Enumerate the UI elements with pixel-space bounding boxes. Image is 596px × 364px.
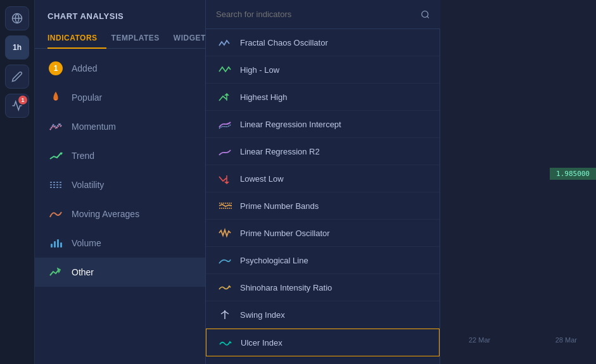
indicator-label-high-low: High - Low: [240, 65, 279, 75]
indicator-label-ulcer-index: Ulcer Index: [241, 338, 282, 348]
category-list: 1 Added Popular: [35, 49, 205, 292]
category-label-other: Other: [72, 267, 94, 277]
category-label-added: Added: [72, 63, 97, 73]
sidebar-draw-btn[interactable]: [5, 65, 29, 89]
sidebar-market-btn[interactable]: [5, 6, 29, 30]
lowest-low-icon: [217, 171, 232, 186]
popular-icon: [48, 89, 64, 106]
indicator-high-low[interactable]: High - Low: [206, 56, 440, 84]
indicator-highest-high[interactable]: Highest High: [206, 84, 440, 111]
indicators-panel: Fractal Chaos Oscillator High - Low: [206, 29, 440, 364]
category-item-volatility[interactable]: Volatility: [35, 170, 205, 199]
added-icon: 1: [48, 60, 64, 77]
category-label-popular: Popular: [72, 92, 102, 103]
indicator-linear-regression-r2[interactable]: Linear Regression R2: [206, 138, 440, 165]
indicator-prime-number-bands[interactable]: Prime Number Bands: [206, 192, 440, 220]
linear-regression-intercept-icon: [217, 116, 232, 132]
indicator-label-swing-index: Swing Index: [240, 310, 285, 320]
fractal-chaos-icon: [217, 35, 232, 50]
indicator-fractal-chaos[interactable]: Fractal Chaos Oscillator: [206, 29, 440, 56]
prime-number-bands-icon: [217, 198, 232, 213]
sidebar-timeframe-btn[interactable]: 1h: [5, 35, 29, 60]
category-item-momentum[interactable]: Momentum: [35, 112, 205, 141]
indicator-label-highest-high: Highest High: [240, 92, 287, 102]
category-item-volume[interactable]: Volume: [35, 229, 205, 258]
tabs-row: INDICATORS TEMPLATES WIDGETS: [35, 28, 205, 49]
indicator-label-prime-number-oscillator: Prime Number Oscillator: [240, 229, 330, 238]
category-item-other[interactable]: Other: [35, 258, 205, 287]
category-label-ma: Moving Averages: [72, 209, 139, 219]
svg-marker-59: [224, 93, 229, 96]
psychological-line-icon: [217, 253, 232, 268]
category-item-trend[interactable]: Trend: [35, 141, 205, 170]
panel-header: CHART ANALYSIS INDICATORS TEMPLATES WIDG…: [35, 0, 205, 49]
prime-number-oscillator-icon: [217, 225, 232, 241]
category-item-added[interactable]: 1 Added: [35, 54, 205, 83]
svg-rect-54: [60, 242, 62, 248]
category-label-volatility: Volatility: [72, 180, 104, 190]
left-sidebar: 1h 1: [0, 0, 35, 364]
date-label-left: 22 Mar: [469, 336, 490, 344]
indicator-swing-index[interactable]: Swing Index: [206, 301, 440, 329]
category-label-volume: Volume: [72, 238, 101, 248]
category-label-momentum: Momentum: [72, 122, 116, 132]
highest-high-icon: [217, 89, 232, 104]
svg-rect-53: [57, 239, 59, 248]
volatility-icon: [48, 177, 64, 193]
shinohara-icon: [217, 280, 232, 295]
sidebar-indicator-btn[interactable]: 1: [5, 94, 29, 118]
search-input[interactable]: [216, 9, 415, 19]
svg-rect-51: [51, 244, 53, 248]
indicator-label-linear-regression-r2: Linear Regression R2: [240, 147, 320, 156]
main-panel: CHART ANALYSIS INDICATORS TEMPLATES WIDG…: [35, 0, 440, 364]
indicator-label-fractal-chaos: Fractal Chaos Oscillator: [240, 38, 328, 47]
indicator-linear-regression-intercept[interactable]: Linear Regression Intercept: [206, 111, 440, 138]
ma-icon: [48, 206, 64, 222]
indicator-psychological-line[interactable]: Psychological Line: [206, 247, 440, 274]
added-badge: 1: [49, 61, 63, 75]
category-item-popular[interactable]: Popular: [35, 83, 205, 112]
svg-rect-52: [54, 241, 56, 248]
indicator-lowest-low[interactable]: Lowest Low: [206, 165, 440, 192]
other-icon: [48, 264, 64, 280]
indicator-ulcer-index[interactable]: Ulcer Index: [206, 329, 440, 356]
svg-marker-61: [224, 182, 229, 184]
indicator-label-linear-regression-intercept: Linear Regression Intercept: [240, 120, 341, 129]
search-icon: [421, 9, 430, 20]
indicator-label-shinohara: Shinohara Intensity Ratio: [240, 283, 332, 292]
timeframe-label: 1h: [13, 43, 22, 52]
panel-title: CHART ANALYSIS: [48, 11, 193, 21]
linear-regression-r2-icon: [217, 144, 232, 159]
svg-point-56: [422, 11, 428, 17]
tab-templates[interactable]: TEMPLATES: [111, 28, 168, 49]
tab-indicators[interactable]: INDICATORS: [48, 28, 106, 49]
indicator-badge: 1: [18, 96, 27, 104]
category-panel: CHART ANALYSIS INDICATORS TEMPLATES WIDG…: [35, 0, 206, 364]
price-label: 1.985000: [550, 168, 596, 180]
volume-icon: [48, 235, 64, 251]
date-label-right: 28 Mar: [555, 336, 577, 344]
ulcer-index-icon: [218, 335, 233, 350]
trend-icon: [48, 147, 64, 164]
indicator-label-prime-number-bands: Prime Number Bands: [240, 201, 319, 211]
indicator-shinohara[interactable]: Shinohara Intensity Ratio: [206, 274, 440, 301]
momentum-icon: [48, 118, 64, 135]
indicator-prime-number-oscillator[interactable]: Prime Number Oscillator: [206, 220, 440, 247]
category-label-trend: Trend: [72, 151, 94, 161]
svg-line-57: [427, 16, 429, 18]
indicator-label-lowest-low: Lowest Low: [240, 174, 284, 184]
high-low-icon: [217, 62, 232, 77]
chart-area: [440, 0, 596, 364]
swing-index-icon: [217, 307, 232, 322]
indicator-label-psychological-line: Psychological Line: [240, 256, 308, 265]
category-item-moving-averages[interactable]: Moving Averages: [35, 199, 205, 229]
search-bar: [206, 0, 440, 29]
